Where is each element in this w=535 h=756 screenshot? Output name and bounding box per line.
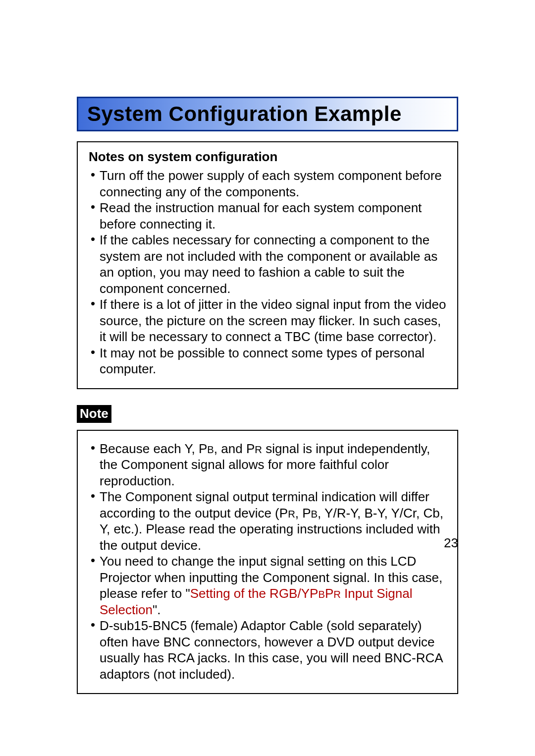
note-label-wrap: Note bbox=[77, 405, 458, 430]
link-text: P bbox=[325, 586, 333, 601]
note-label: Note bbox=[77, 405, 111, 423]
list-item: You need to change the input signal sett… bbox=[91, 553, 446, 618]
text-subscript: B bbox=[318, 589, 325, 600]
list-item: D-sub15-BNC5 (female) Adaptor Cable (sol… bbox=[91, 618, 446, 682]
link-text: Setting of the RGB/YP bbox=[190, 586, 319, 601]
list-item: If the cables necessary for connecting a… bbox=[91, 232, 446, 296]
note-box: Because each Y, PB, and PR signal is inp… bbox=[77, 430, 458, 695]
text-subscript: B bbox=[311, 509, 318, 520]
list-item: Because each Y, PB, and PR signal is inp… bbox=[91, 441, 446, 489]
text-run: Because each Y, P bbox=[100, 441, 207, 456]
text-run: ". bbox=[153, 602, 160, 617]
text-run: , and P bbox=[214, 441, 255, 456]
list-item: Read the instruction manual for each sys… bbox=[91, 200, 446, 232]
list-item: If there is a lot of jitter in the video… bbox=[91, 296, 446, 345]
notes-heading: Notes on system configuration bbox=[89, 149, 446, 165]
section-title: System Configuration Example bbox=[87, 102, 448, 126]
notes-list: Turn off the power supply of each system… bbox=[89, 168, 446, 377]
list-item: The Component signal output terminal ind… bbox=[91, 489, 446, 553]
page-number: 23 bbox=[444, 535, 458, 551]
list-item: It may not be possible to connect some t… bbox=[91, 345, 446, 377]
note-list: Because each Y, PB, and PR signal is inp… bbox=[89, 441, 446, 683]
notes-box: Notes on system configuration Turn off t… bbox=[77, 141, 458, 389]
document-page: System Configuration Example Notes on sy… bbox=[0, 0, 535, 756]
text-subscript: R bbox=[255, 444, 262, 455]
list-item: Turn off the power supply of each system… bbox=[91, 168, 446, 200]
section-title-bar: System Configuration Example bbox=[77, 97, 458, 131]
text-subscript: R bbox=[288, 509, 295, 520]
text-subscript: R bbox=[333, 589, 341, 600]
text-run: , P bbox=[295, 506, 311, 521]
text-subscript: B bbox=[207, 444, 214, 455]
